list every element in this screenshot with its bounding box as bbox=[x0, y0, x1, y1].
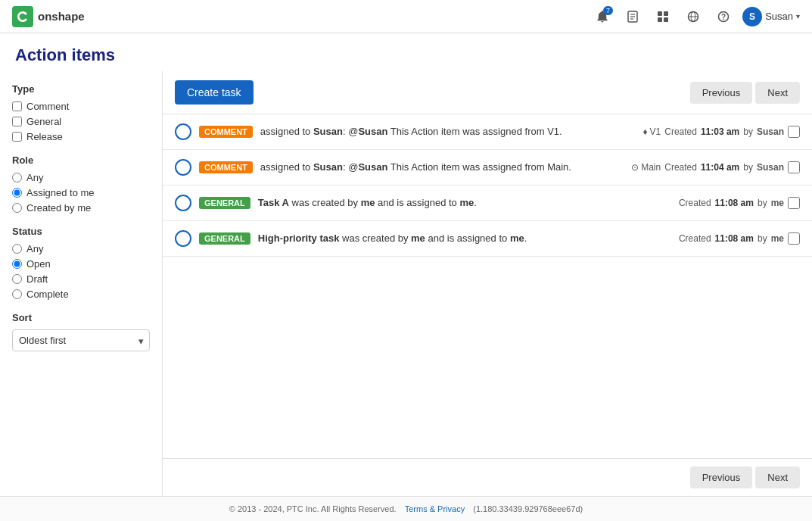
created-label: Created bbox=[679, 198, 711, 208]
content-area: Create task Previous Next COMMENT assign… bbox=[163, 71, 812, 496]
page: Action items Type Comment General Releas… bbox=[0, 33, 812, 521]
task-meta: ⊙ Main Created 11:04 am by Susan bbox=[631, 161, 800, 173]
created-time: 11:08 am bbox=[715, 233, 754, 244]
grid-button[interactable] bbox=[652, 5, 674, 28]
created-label: Created bbox=[679, 233, 711, 244]
created-by: me bbox=[771, 198, 784, 208]
logo[interactable]: onshape bbox=[12, 6, 85, 27]
onshape-logo-icon bbox=[12, 6, 33, 27]
status-draft-radio[interactable] bbox=[12, 274, 22, 284]
status-complete-radio[interactable] bbox=[12, 289, 22, 299]
page-footer: © 2013 - 2024, PTC Inc. All Rights Reser… bbox=[0, 496, 812, 521]
nav-right: 7 ? S Susan ▾ bbox=[591, 5, 800, 28]
bottom-next-button[interactable]: Next bbox=[755, 466, 800, 488]
sidebar: Type Comment General Release Role Any As… bbox=[0, 71, 163, 496]
role-filter-title: Role bbox=[12, 154, 150, 166]
documents-button[interactable] bbox=[621, 5, 644, 28]
status-draft[interactable]: Draft bbox=[12, 273, 150, 285]
role-assigned[interactable]: Assigned to me bbox=[12, 187, 150, 198]
role-assigned-radio[interactable] bbox=[12, 188, 22, 198]
top-next-button[interactable]: Next bbox=[755, 82, 800, 104]
type-release[interactable]: Release bbox=[12, 131, 150, 142]
status-open-radio[interactable] bbox=[12, 259, 22, 269]
task-text: Task A was created by me and is assigned… bbox=[258, 196, 671, 210]
sort-section: Sort Oldest first Newest first bbox=[12, 312, 150, 351]
bottom-pagination: Previous Next bbox=[163, 458, 812, 496]
sort-select-wrapper: Oldest first Newest first bbox=[12, 329, 150, 351]
svg-rect-5 bbox=[658, 11, 662, 16]
type-filter-title: Type bbox=[12, 83, 150, 95]
task-status-circle[interactable] bbox=[175, 159, 191, 176]
task-item: GENERAL Task A was created by me and is … bbox=[163, 186, 812, 221]
status-complete[interactable]: Complete bbox=[12, 289, 150, 300]
user-dropdown-icon: ▾ bbox=[796, 12, 800, 20]
logo-text: onshape bbox=[38, 10, 85, 23]
type-general-checkbox[interactable] bbox=[12, 117, 22, 126]
task-select-checkbox[interactable] bbox=[788, 232, 800, 245]
created-time: 11:08 am bbox=[715, 198, 754, 208]
role-created[interactable]: Created by me bbox=[12, 202, 150, 214]
build-info: (1.180.33439.929768eee67d) bbox=[473, 504, 583, 513]
created-by: Susan bbox=[757, 162, 784, 173]
created-by: me bbox=[771, 233, 784, 244]
created-by: Susan bbox=[757, 126, 784, 137]
task-list: COMMENT assigned to Susan: @Susan This A… bbox=[163, 114, 812, 458]
location-icon: ⊙ bbox=[631, 162, 639, 173]
task-tag: COMMENT bbox=[199, 126, 253, 138]
task-select-checkbox[interactable] bbox=[788, 126, 800, 138]
top-pagination: Previous Next bbox=[690, 82, 800, 104]
task-select-checkbox[interactable] bbox=[788, 161, 800, 173]
by-label: by bbox=[758, 233, 767, 244]
role-created-radio[interactable] bbox=[12, 203, 22, 213]
grid-icon bbox=[656, 10, 670, 23]
content-header: Create task Previous Next bbox=[163, 71, 812, 114]
avatar: S bbox=[742, 7, 762, 27]
globe-button[interactable] bbox=[682, 5, 705, 28]
bottom-previous-button[interactable]: Previous bbox=[690, 466, 753, 488]
task-text: assigned to Susan: @Susan This Action it… bbox=[260, 125, 636, 139]
role-any[interactable]: Any bbox=[12, 172, 150, 183]
type-release-checkbox[interactable] bbox=[12, 132, 22, 142]
status-any-radio[interactable] bbox=[12, 244, 22, 254]
task-text: assigned to Susan: @Susan This Action it… bbox=[260, 161, 624, 174]
type-comment-checkbox[interactable] bbox=[12, 101, 22, 111]
branch-name: V1 bbox=[650, 126, 661, 137]
svg-rect-0 bbox=[12, 6, 33, 27]
task-item: COMMENT assigned to Susan: @Susan This A… bbox=[163, 114, 812, 150]
status-any[interactable]: Any bbox=[12, 243, 150, 254]
task-status-circle[interactable] bbox=[175, 123, 191, 140]
create-task-button[interactable]: Create task bbox=[175, 80, 254, 105]
notification-count: 7 bbox=[603, 6, 613, 16]
branch-icon: ♦ bbox=[642, 126, 647, 137]
created-label: Created bbox=[664, 162, 697, 173]
created-label: Created bbox=[664, 126, 697, 137]
status-open[interactable]: Open bbox=[12, 258, 150, 270]
task-select-checkbox[interactable] bbox=[788, 197, 800, 209]
top-previous-button[interactable]: Previous bbox=[690, 82, 753, 104]
role-any-radio[interactable] bbox=[12, 173, 22, 183]
type-comment[interactable]: Comment bbox=[12, 101, 150, 112]
help-button[interactable]: ? bbox=[712, 5, 735, 28]
type-filter: Type Comment General Release bbox=[12, 83, 150, 142]
by-label: by bbox=[743, 162, 753, 173]
help-icon: ? bbox=[717, 10, 730, 23]
branch-info: ♦ V1 bbox=[642, 126, 661, 137]
notifications-button[interactable]: 7 bbox=[591, 5, 614, 28]
task-item: COMMENT assigned to Susan: @Susan This A… bbox=[163, 150, 812, 186]
created-time: 11:03 am bbox=[701, 126, 739, 137]
sort-select[interactable]: Oldest first Newest first bbox=[12, 329, 150, 351]
user-menu[interactable]: S Susan ▾ bbox=[742, 7, 800, 27]
task-status-circle[interactable] bbox=[175, 230, 191, 247]
svg-rect-7 bbox=[658, 17, 662, 22]
svg-text:?: ? bbox=[721, 13, 726, 21]
task-meta: Created 11:08 am by me bbox=[679, 232, 800, 245]
task-item: GENERAL High-priority task was created b… bbox=[163, 221, 812, 257]
main-layout: Type Comment General Release Role Any As… bbox=[0, 71, 812, 496]
task-status-circle[interactable] bbox=[175, 195, 191, 211]
terms-link[interactable]: Terms & Privacy bbox=[405, 504, 465, 513]
user-name: Susan bbox=[765, 11, 793, 22]
created-time: 11:04 am bbox=[701, 162, 739, 173]
task-tag: GENERAL bbox=[199, 232, 250, 245]
copyright: © 2013 - 2024, PTC Inc. All Rights Reser… bbox=[229, 504, 397, 513]
type-general[interactable]: General bbox=[12, 116, 150, 127]
